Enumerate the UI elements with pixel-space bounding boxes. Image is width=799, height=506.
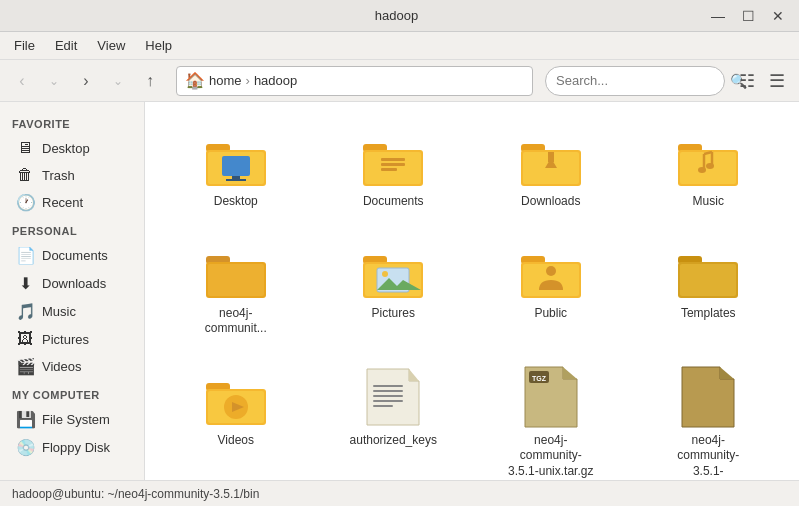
downloads-folder-label: Downloads [521,194,580,210]
menu-view[interactable]: View [87,36,135,55]
breadcrumb-separator: › [246,73,250,88]
search-input[interactable] [556,73,724,88]
sidebar-item-trash[interactable]: 🗑 Trash [4,162,140,188]
sidebar-item-recent[interactable]: 🕐 Recent [4,189,140,216]
sidebar-section-personal: Personal [0,217,144,241]
list-item[interactable]: neo4j-community-3.5.1-unix.tar.gz.1 [634,357,784,480]
svg-rect-38 [680,264,736,296]
sidebar-desktop-label: Desktop [42,141,90,156]
svg-marker-52 [563,367,577,379]
list-item[interactable]: Documents [319,118,469,218]
sidebar-trash-label: Trash [42,168,75,183]
sidebar-downloads-label: Downloads [42,276,106,291]
sidebar-item-videos[interactable]: 🎬 Videos [4,353,140,380]
desktop-icon: 🖥 [16,139,34,157]
sidebar-floppy-label: Floppy Disk [42,440,110,455]
sidebar-recent-label: Recent [42,195,83,210]
back-button[interactable]: ‹ [8,67,36,95]
file-area: Desktop Documents [145,102,799,480]
forward-button[interactable]: › [72,67,100,95]
statusbar: hadoop@ubuntu: ~/neo4j-community-3.5.1/b… [0,480,799,506]
list-item[interactable]: authorized_keys [319,357,469,480]
sidebar-item-pictures[interactable]: 🖼 Pictures [4,326,140,352]
public-folder-label: Public [534,306,567,322]
menu-edit[interactable]: Edit [45,36,87,55]
svg-rect-47 [373,390,403,392]
list-item[interactable]: neo4j-communit... [161,230,311,345]
menu-help[interactable]: Help [135,36,182,55]
svg-point-21 [698,167,706,173]
templates-folder-label: Templates [681,306,736,322]
window-controls: — ☐ ✕ [705,6,791,26]
neo4j-tgz-icon: TGZ [519,365,583,429]
templates-folder-icon [676,238,740,302]
sidebar-music-label: Music [42,304,76,319]
svg-rect-10 [381,163,405,166]
breadcrumb-hadoop-label[interactable]: hadoop [254,73,297,88]
documents-folder-label: Documents [363,194,424,210]
svg-rect-50 [373,405,393,407]
window-title: hadoop [88,8,705,23]
maximize-button[interactable]: ☐ [735,6,761,26]
svg-point-22 [706,163,714,169]
sidebar-item-documents[interactable]: 📄 Documents [4,242,140,269]
list-item[interactable]: Pictures [319,230,469,345]
videos-folder-label: Videos [218,433,254,449]
list-item[interactable]: Downloads [476,118,626,218]
breadcrumb: 🏠 home › hadoop [176,66,533,96]
desktop-folder-label: Desktop [214,194,258,210]
breadcrumb-home-label[interactable]: home [209,73,242,88]
down-button[interactable]: ⌄ [40,67,68,95]
list-item[interactable]: TGZ neo4j-community-3.5.1-unix.tar.gz [476,357,626,480]
sidebar-item-floppy[interactable]: 💿 Floppy Disk [4,434,140,461]
sidebar-item-desktop[interactable]: 🖥 Desktop [4,135,140,161]
svg-marker-56 [720,367,734,379]
music-sidebar-icon: 🎵 [16,302,34,321]
svg-rect-3 [222,156,250,176]
neo4j-tgz-label: neo4j-community-3.5.1-unix.tar.gz [506,433,596,480]
music-folder-icon [676,126,740,190]
svg-rect-5 [226,179,246,181]
auth-keys-label: authorized_keys [350,433,437,449]
list-view-button[interactable]: ☰ [763,67,791,95]
list-item[interactable]: Public [476,230,626,345]
menu-file[interactable]: File [4,36,45,55]
neo4j-folder-icon [204,238,268,302]
trash-icon: 🗑 [16,166,34,184]
neo4j-tgz1-icon [676,365,740,429]
toolbar: ‹ ⌄ › ⌄ ↑ 🏠 home › hadoop 🔍 ☷ ☰ [0,60,799,102]
downloads-sidebar-icon: ⬇ [16,274,34,293]
auth-keys-icon [361,365,425,429]
pictures-folder-label: Pictures [372,306,415,322]
close-button[interactable]: ✕ [765,6,791,26]
svg-rect-9 [381,158,405,161]
sidebar-filesystem-label: File System [42,412,110,427]
sidebar-section-favorite: Favorite [0,110,144,134]
svg-rect-49 [373,400,403,402]
sidebar-item-music[interactable]: 🎵 Music [4,298,140,325]
list-item[interactable]: Music [634,118,784,218]
neo4j-folder-label: neo4j-communit... [191,306,281,337]
pictures-sidebar-icon: 🖼 [16,330,34,348]
svg-text:TGZ: TGZ [532,375,547,382]
sidebar-documents-label: Documents [42,248,108,263]
up-button[interactable]: ↑ [136,67,164,95]
music-folder-label: Music [693,194,724,210]
svg-point-30 [382,271,388,277]
list-item[interactable]: Templates [634,230,784,345]
floppy-icon: 💿 [16,438,34,457]
list-item[interactable]: Desktop [161,118,311,218]
forward-history-button[interactable]: ⌄ [104,67,132,95]
sidebar: Favorite 🖥 Desktop 🗑 Trash 🕐 Recent Pers… [0,102,145,480]
sidebar-item-filesystem[interactable]: 💾 File System [4,406,140,433]
list-item[interactable]: Videos [161,357,311,480]
documents-folder-icon [361,126,425,190]
recent-icon: 🕐 [16,193,34,212]
pictures-folder-icon [361,238,425,302]
videos-folder-icon [204,365,268,429]
documents-sidebar-icon: 📄 [16,246,34,265]
minimize-button[interactable]: — [705,6,731,26]
grid-view-button[interactable]: ☷ [733,67,761,95]
view-toggle: ☷ ☰ [733,67,791,95]
sidebar-item-downloads[interactable]: ⬇ Downloads [4,270,140,297]
